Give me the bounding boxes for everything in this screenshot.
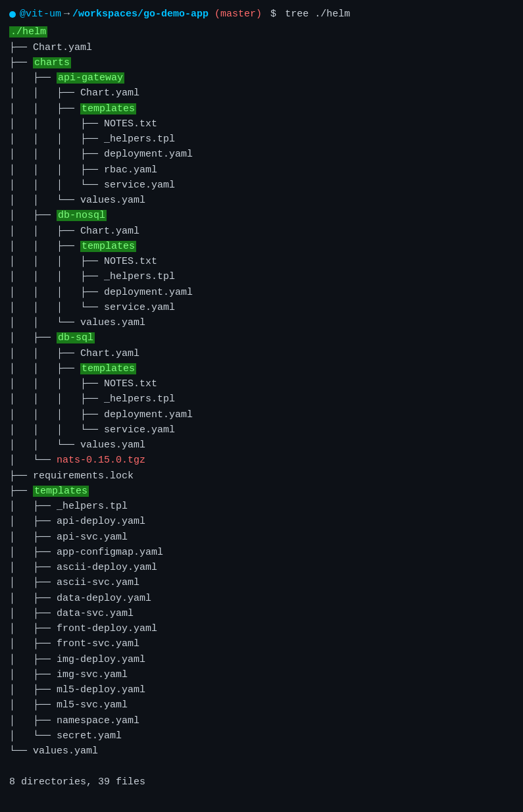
prompt-line: @vit-um → /workspaces/go-demo-app (maste… — [9, 7, 514, 22]
prompt-dollar: $ — [264, 7, 282, 22]
db-nosql-dir: db-nosql — [57, 210, 107, 221]
terminal-window: @vit-um → /workspaces/go-demo-app (maste… — [9, 7, 514, 790]
root-templates-dir: templates — [33, 486, 89, 497]
api-gateway-templates-dir: templates — [80, 103, 136, 114]
db-sql-dir: db-sql — [57, 332, 95, 343]
root-dir: ./helm — [9, 26, 47, 38]
api-gateway-dir: api-gateway — [57, 72, 124, 84]
prompt-path: /workspaces/go-demo-app — [72, 7, 209, 22]
tree-output: ./helm ├── Chart.yaml ├── charts │ ├── a… — [9, 24, 514, 790]
prompt-command: tree ./helm — [285, 7, 350, 22]
db-sql-templates-dir: templates — [80, 363, 136, 374]
nats-file: nats-0.15.0.tgz — [57, 455, 145, 466]
prompt-dot — [9, 11, 16, 18]
summary-line: 8 directories, 39 files — [9, 776, 145, 788]
prompt-branch: (master) — [209, 7, 262, 22]
prompt-arrow: → — [64, 7, 70, 22]
prompt-user: @vit-um — [20, 7, 61, 22]
charts-dir: charts — [33, 57, 71, 68]
db-nosql-templates-dir: templates — [80, 241, 136, 252]
